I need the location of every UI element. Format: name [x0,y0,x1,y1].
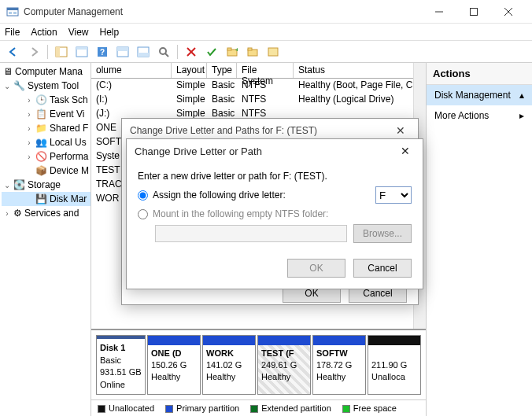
svg-rect-26 [248,48,252,50]
window-titlebar: Computer Management [0,0,532,24]
legend-item: Primary partition [165,403,239,413]
event-icon: 📋 [35,109,47,120]
disk-size: 931.51 GB [100,367,142,377]
minimize-button[interactable] [422,0,456,24]
view-top-button[interactable] [114,43,131,61]
menu-file[interactable]: File [5,27,20,38]
properties-button[interactable] [73,43,91,61]
svg-rect-17 [138,53,149,57]
back-button[interactable] [5,43,22,61]
svg-point-18 [160,48,166,54]
menu-help[interactable]: Help [100,27,120,38]
maximize-button[interactable] [456,0,491,24]
tree-system-tools[interactable]: ⌄🔧System Tool [2,79,91,93]
disk-icon: 💾 [35,193,47,204]
col-filesystem[interactable]: File System [237,63,294,78]
svg-line-19 [165,53,168,57]
forward-button[interactable] [25,43,42,61]
app-icon [6,6,19,18]
partition-block[interactable]: WORK141.02 GHealthy [202,335,256,395]
drive-letter-select[interactable]: F [375,186,412,204]
check-button[interactable] [203,43,220,61]
inner-dialog-close-button[interactable]: ✕ [396,143,415,159]
col-layout[interactable]: Layout [172,63,207,78]
radio-assign-label: Assign the following drive letter: [153,190,286,201]
tree-shared-folders[interactable]: ›📁Shared F [2,121,91,135]
tools-icon: 🔧 [13,80,25,91]
tree-storage[interactable]: ⌄💽Storage [2,178,91,192]
disk-type: Basic [100,355,121,365]
perf-icon: 🚫 [35,151,47,162]
menu-view[interactable]: View [68,27,89,38]
volume-row[interactable]: (C:)SimpleBasicNTFSHealthy (Boot, Page F… [91,79,426,93]
disk-name: Disk 1 [100,343,125,352]
new-folder-button[interactable]: + [224,43,241,61]
help-button[interactable]: ? [94,43,111,61]
partition-block[interactable]: TEST (F249.61 GHealthy [257,335,311,395]
chevron-right-icon: ▸ [519,110,524,121]
svg-text:?: ? [100,48,105,57]
nav-tree[interactable]: 🖥Computer Mana ⌄🔧System Tool ›🕒Task Sch … [0,63,91,416]
svg-rect-11 [76,47,87,50]
svg-text:+: + [235,47,238,53]
radio-assign-input[interactable] [138,190,148,201]
mount-path-input[interactable] [155,225,347,242]
tree-services[interactable]: ›⚙Services and [2,206,91,220]
partition-block[interactable]: SOFTW178.72 GHealthy [312,335,366,395]
svg-rect-9 [56,47,60,57]
partition-block[interactable]: 211.90 GUnalloca [368,335,421,395]
col-type[interactable]: Type [207,63,237,78]
find-button[interactable] [155,43,172,61]
legend-item: Unallocated [98,403,154,413]
close-button[interactable] [491,0,526,24]
col-status[interactable]: Status [294,63,426,78]
radio-mount-folder[interactable]: Mount in the following empty NTFS folder… [138,208,412,219]
tree-task-scheduler[interactable]: ›🕒Task Sch [2,93,91,107]
partition-block[interactable]: ONE (D150.26 GHealthy [147,335,201,395]
action-icon-button[interactable] [264,43,282,61]
menubar: File Action View Help [0,24,532,41]
dialog-prompt: Enter a new drive letter or path for F: … [138,171,412,182]
toolbar: ? + [0,41,532,63]
inner-cancel-button[interactable]: Cancel [353,259,412,278]
show-hide-tree-button[interactable] [53,43,70,61]
col-volume[interactable]: olume [91,63,172,78]
radio-mount-input[interactable] [138,209,148,219]
disk-graphical-view: Disk 1 Basic 931.51 GB Online ONE (D150.… [91,329,426,399]
users-icon: 👥 [35,137,47,148]
tree-disk-management[interactable]: 💾Disk Mar [2,192,91,206]
legend: UnallocatedPrimary partitionExtended par… [91,399,426,416]
tree-device-manager[interactable]: 📦Device M [2,164,91,178]
view-bottom-button[interactable] [135,43,152,61]
folder-button[interactable] [244,43,261,61]
computer-icon: 🖥 [3,66,13,77]
radio-mount-label: Mount in the following empty NTFS folder… [153,208,328,219]
legend-item: Extended partition [250,403,331,413]
svg-rect-1 [7,8,18,10]
storage-icon: 💽 [13,179,25,190]
disk-header[interactable]: Disk 1 Basic 931.51 GB Online [96,335,146,395]
dialog-close-button[interactable]: ✕ [391,123,410,138]
folder-icon: 📁 [35,123,47,134]
tree-performance[interactable]: ›🚫Performa [2,149,91,164]
action-disk-management[interactable]: Disk Management▴ [427,85,532,105]
tree-event-viewer[interactable]: ›📋Event Vi [2,107,91,121]
tree-root[interactable]: 🖥Computer Mana [2,64,91,79]
inner-ok-button[interactable]: OK [287,259,345,278]
disk-status: Online [100,380,125,389]
clock-icon: 🕒 [35,94,47,105]
legend-item: Free space [342,403,397,413]
menu-action[interactable]: Action [31,27,57,38]
actions-pane: Actions Disk Management▴ More Actions▸ [427,63,532,416]
delete-button[interactable] [183,43,200,61]
action-more-actions[interactable]: More Actions▸ [427,105,532,126]
volume-row[interactable]: (I:)SimpleBasicNTFSHealthy (Logical Driv… [91,93,426,107]
radio-assign-letter[interactable]: Assign the following drive letter: F [138,186,412,204]
gear-icon: ⚙ [13,208,22,219]
inner-dialog-titlebar[interactable]: Change Drive Letter or Path ✕ [127,139,423,163]
collapse-icon: ▴ [519,90,524,101]
svg-rect-23 [227,48,231,50]
tree-local-users[interactable]: ›👥Local Us [2,135,91,149]
browse-button[interactable]: Browse... [353,224,412,243]
inner-dialog-title: Change Drive Letter or Path [135,145,262,157]
